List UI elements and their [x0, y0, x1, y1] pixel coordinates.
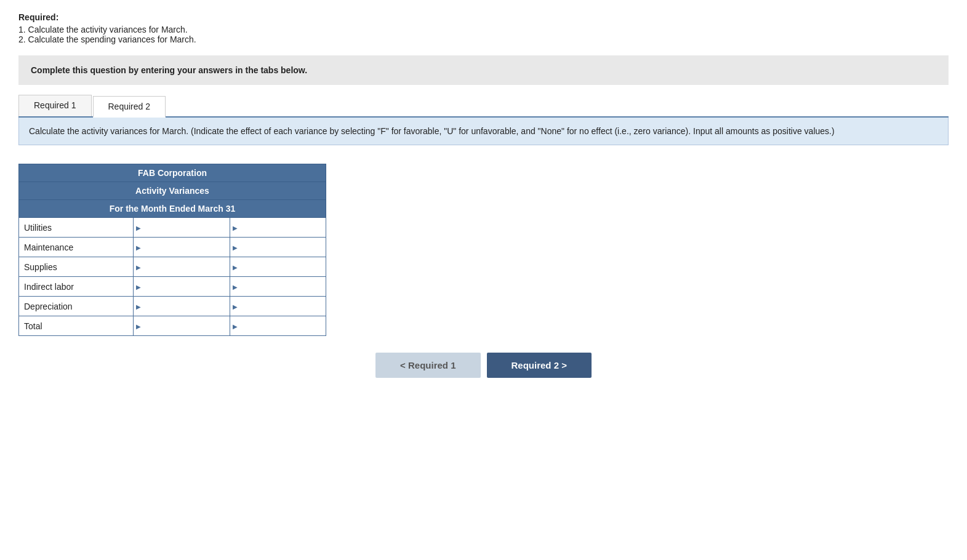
next-button[interactable]: Required 2 >	[487, 353, 592, 378]
required-item-1: 1. Calculate the activity variances for …	[18, 25, 949, 34]
table-row: Indirect labor	[19, 277, 326, 297]
input-supplies-type[interactable]	[235, 261, 321, 273]
table-header-row-2: Activity Variances	[19, 182, 326, 200]
input-total-type[interactable]	[235, 320, 321, 332]
input-indirect-labor-value[interactable]	[138, 281, 224, 292]
table-wrapper: FAB Corporation Activity Variances For t…	[18, 164, 326, 336]
row-input-supplies-2[interactable]	[230, 257, 326, 277]
row-input-total-1[interactable]	[134, 316, 230, 336]
table-row: Supplies	[19, 257, 326, 277]
table-subtitle: Activity Variances	[19, 182, 326, 200]
input-indirect-labor-type[interactable]	[235, 281, 321, 292]
table-date: For the Month Ended March 31	[19, 200, 326, 218]
required-intro: Required: 1. Calculate the activity vari…	[18, 12, 949, 44]
row-label-depreciation: Depreciation	[19, 297, 134, 316]
input-depreciation-type[interactable]	[235, 300, 321, 312]
row-label-utilities: Utilities	[19, 218, 134, 238]
row-input-utilities-1[interactable]	[134, 218, 230, 238]
variances-table: FAB Corporation Activity Variances For t…	[18, 164, 326, 336]
row-input-maintenance-2[interactable]	[230, 238, 326, 257]
table-header-row-3: For the Month Ended March 31	[19, 200, 326, 218]
table-row: Maintenance	[19, 238, 326, 257]
row-input-depreciation-2[interactable]	[230, 297, 326, 316]
instruction-box: Complete this question by entering your …	[18, 55, 949, 85]
row-input-total-2[interactable]	[230, 316, 326, 336]
table-title: FAB Corporation	[19, 164, 326, 182]
instruction-text: Complete this question by entering your …	[31, 65, 307, 75]
row-input-supplies-1[interactable]	[134, 257, 230, 277]
prev-button[interactable]: < Required 1	[375, 353, 480, 378]
required-item-2: 2. Calculate the spending variances for …	[18, 34, 949, 44]
tab-instruction-plain: Calculate the activity variances for Mar…	[29, 126, 191, 136]
row-label-total: Total	[19, 316, 134, 336]
row-input-indirect-labor-1[interactable]	[134, 277, 230, 297]
tab-instruction-red: (Indicate the effect of each variance by…	[191, 126, 835, 136]
tab-required-2[interactable]: Required 2	[93, 96, 166, 118]
row-label-indirect-labor: Indirect labor	[19, 277, 134, 297]
table-row: Depreciation	[19, 297, 326, 316]
row-label-maintenance: Maintenance	[19, 238, 134, 257]
tabs-container: Required 1 Required 2	[18, 95, 949, 118]
table-row: Utilities	[19, 218, 326, 238]
input-maintenance-value[interactable]	[138, 241, 224, 253]
tab-content: Calculate the activity variances for Mar…	[18, 118, 949, 145]
input-utilities-value[interactable]	[138, 222, 224, 233]
input-maintenance-type[interactable]	[235, 241, 321, 253]
input-total-value[interactable]	[138, 320, 224, 332]
tab-required-1[interactable]: Required 1	[18, 95, 92, 116]
required-title: Required:	[18, 12, 949, 22]
row-input-depreciation-1[interactable]	[134, 297, 230, 316]
table-header-row-1: FAB Corporation	[19, 164, 326, 182]
row-input-indirect-labor-2[interactable]	[230, 277, 326, 297]
row-input-maintenance-1[interactable]	[134, 238, 230, 257]
table-row: Total	[19, 316, 326, 336]
input-depreciation-value[interactable]	[138, 300, 224, 312]
input-utilities-type[interactable]	[235, 222, 321, 233]
nav-buttons: < Required 1 Required 2 >	[18, 353, 949, 378]
input-supplies-value[interactable]	[138, 261, 224, 273]
row-input-utilities-2[interactable]	[230, 218, 326, 238]
row-label-supplies: Supplies	[19, 257, 134, 277]
